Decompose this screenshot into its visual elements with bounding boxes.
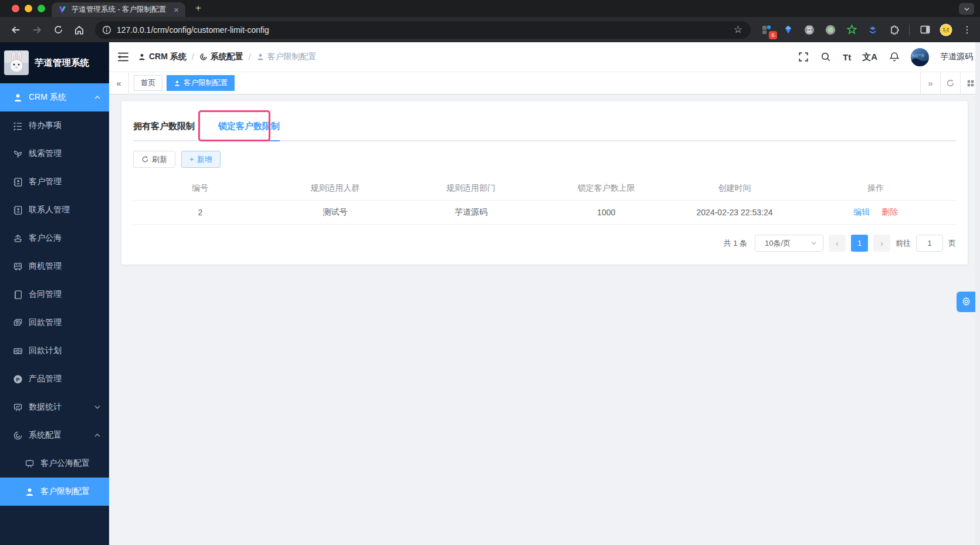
sidebar-item-business[interactable]: 商机管理 bbox=[0, 252, 109, 280]
page-scrollbar[interactable] bbox=[975, 42, 980, 545]
tag-home[interactable]: 首页 bbox=[134, 75, 162, 91]
add-label: 新增 bbox=[197, 154, 212, 165]
sidebar-item-label: 联系人管理 bbox=[29, 205, 101, 215]
close-window-button[interactable] bbox=[12, 5, 19, 12]
tags-view-bar: « 首页 客户限制配置 » bbox=[109, 72, 980, 94]
person-icon bbox=[256, 53, 265, 61]
col-header-id: 编号 bbox=[133, 177, 267, 201]
sidebar-item-contract[interactable]: 合同管理 bbox=[0, 280, 109, 309]
sidebar-item-leads[interactable]: 线索管理 bbox=[0, 140, 109, 168]
tab-lock-customer-limit[interactable]: 锁定客户数限制 bbox=[218, 115, 280, 140]
sidebar-item-product[interactable]: P 产品管理 bbox=[0, 365, 109, 393]
sidebar-item-receivable[interactable]: 回款管理 bbox=[0, 309, 109, 337]
sidebar-item-label: CRM 系统 bbox=[29, 92, 88, 103]
page-number-1[interactable]: 1 bbox=[851, 235, 868, 252]
search-icon[interactable] bbox=[820, 52, 832, 63]
extension-tampermonkey-icon[interactable]: 6 bbox=[760, 23, 774, 37]
font-size-icon[interactable]: Tt bbox=[843, 52, 851, 62]
sidebar-item-open-sea[interactable]: 客户公海 bbox=[0, 224, 109, 252]
username[interactable]: 芋道源码 bbox=[940, 52, 973, 62]
tags-scroll-right-button[interactable]: » bbox=[920, 72, 940, 94]
url-text: 127.0.0.1/crm/config/customer-limit-conf… bbox=[117, 25, 731, 35]
cell-rule-users: 测试号 bbox=[267, 201, 403, 225]
extension-badge: 6 bbox=[769, 31, 777, 39]
tag-customer-limit-config[interactable]: 客户限制配置 bbox=[167, 75, 235, 91]
chart-board-icon bbox=[13, 402, 23, 412]
extensions-puzzle-icon[interactable] bbox=[887, 23, 901, 37]
col-header-actions: 操作 bbox=[795, 177, 956, 201]
language-icon[interactable]: 文A bbox=[862, 52, 877, 63]
edit-link[interactable]: 编辑 bbox=[853, 207, 870, 216]
cell-id: 2 bbox=[133, 201, 267, 225]
side-panel-icon[interactable] bbox=[918, 23, 932, 37]
app-logo-rabbit bbox=[4, 50, 29, 75]
zoom-window-button[interactable] bbox=[38, 5, 45, 12]
sidebar-item-customer-limit-config[interactable]: 客户限制配置 bbox=[0, 478, 109, 506]
app-logo-area[interactable]: 芋道管理系统 bbox=[0, 42, 109, 83]
add-button[interactable]: + 新增 bbox=[181, 151, 221, 168]
col-header-rule-depts: 规则适用部门 bbox=[403, 177, 538, 201]
sidebar-item-open-sea-config[interactable]: 客户公海配置 bbox=[0, 449, 109, 478]
tags-scroll-left-button[interactable]: « bbox=[109, 72, 129, 94]
sidebar-item-receivable-plan[interactable]: 回款计划 bbox=[0, 337, 109, 365]
notification-bell-icon[interactable] bbox=[889, 52, 900, 63]
fullscreen-icon[interactable] bbox=[798, 52, 809, 63]
toolbar-separator bbox=[909, 25, 910, 35]
sidebar-item-config[interactable]: 系统配置 bbox=[0, 421, 109, 449]
goto-page-input[interactable] bbox=[916, 235, 943, 252]
sidebar-item-label: 数据统计 bbox=[29, 402, 88, 412]
user-avatar[interactable]: 文心一言 bbox=[911, 48, 929, 66]
banknote-icon bbox=[13, 346, 23, 356]
breadcrumb-item-config[interactable]: 系统配置 bbox=[199, 52, 243, 62]
hamburger-fold-icon[interactable] bbox=[117, 50, 130, 63]
person-icon bbox=[13, 93, 23, 103]
notebook-icon bbox=[13, 290, 23, 300]
reload-button[interactable] bbox=[49, 21, 67, 39]
breadcrumb-item-crm[interactable]: CRM 系统 bbox=[138, 52, 186, 62]
tags-refresh-button[interactable] bbox=[940, 72, 960, 94]
sidebar-item-customers[interactable]: 客户管理 bbox=[0, 168, 109, 196]
plus-icon: + bbox=[189, 155, 194, 164]
next-page-button[interactable]: › bbox=[873, 235, 890, 252]
forward-button[interactable] bbox=[28, 21, 46, 39]
site-info-icon[interactable] bbox=[102, 25, 111, 35]
bookmark-star-icon[interactable]: ☆ bbox=[731, 23, 745, 36]
tag-label: 首页 bbox=[141, 78, 155, 88]
sidebar-item-statistics[interactable]: 数据统计 bbox=[0, 393, 109, 421]
sidebar-item-contacts[interactable]: 联系人管理 bbox=[0, 196, 109, 224]
extension-green-star-icon[interactable] bbox=[845, 23, 859, 37]
theme-settings-button[interactable] bbox=[957, 292, 975, 312]
prev-page-button[interactable]: ‹ bbox=[829, 235, 846, 252]
tag-label: 客户限制配置 bbox=[184, 78, 228, 88]
refresh-button[interactable]: 刷新 bbox=[133, 151, 175, 168]
sidebar-item-label: 商机管理 bbox=[29, 261, 101, 272]
sidebar-item-crm-system[interactable]: CRM 系统 bbox=[0, 83, 109, 111]
extension-chevrons-icon[interactable] bbox=[866, 23, 880, 37]
tab-close-icon[interactable]: × bbox=[172, 5, 181, 14]
todo-list-icon bbox=[13, 121, 23, 131]
sidebar-item-todo[interactable]: 待办事项 bbox=[0, 111, 109, 140]
cell-actions: 编辑 删除 bbox=[795, 201, 956, 225]
back-button[interactable] bbox=[7, 21, 25, 39]
chevron-up-icon bbox=[94, 432, 101, 439]
sidebar-item-label: 合同管理 bbox=[29, 289, 101, 300]
chevron-down-icon bbox=[94, 404, 101, 411]
delete-link[interactable]: 删除 bbox=[881, 207, 898, 216]
extension-kite-icon[interactable] bbox=[781, 23, 795, 37]
col-header-create-time: 创建时间 bbox=[674, 177, 796, 201]
product-p-icon: P bbox=[13, 374, 23, 384]
home-button[interactable] bbox=[70, 21, 88, 39]
extension-record-icon[interactable] bbox=[823, 23, 837, 37]
tab-search-button[interactable] bbox=[959, 3, 974, 15]
tab-own-customer-limit[interactable]: 拥有客户数限制 bbox=[133, 115, 195, 140]
browser-menu-icon[interactable]: ⋮ bbox=[960, 24, 974, 35]
profile-avatar-emoji[interactable] bbox=[939, 23, 953, 37]
new-tab-button[interactable]: + bbox=[191, 1, 205, 15]
page-size-select[interactable]: 10条/页 bbox=[755, 235, 823, 252]
browser-tab[interactable]: 芋道管理系统 - 客户限制配置 × bbox=[52, 2, 185, 17]
browser-tab-title: 芋道管理系统 - 客户限制配置 bbox=[72, 5, 167, 15]
minimize-window-button[interactable] bbox=[25, 5, 32, 12]
extension-command-icon[interactable] bbox=[802, 23, 816, 37]
address-bar[interactable]: 127.0.0.1/crm/config/customer-limit-conf… bbox=[95, 21, 751, 39]
sidebar-item-label: 待办事项 bbox=[29, 120, 101, 131]
